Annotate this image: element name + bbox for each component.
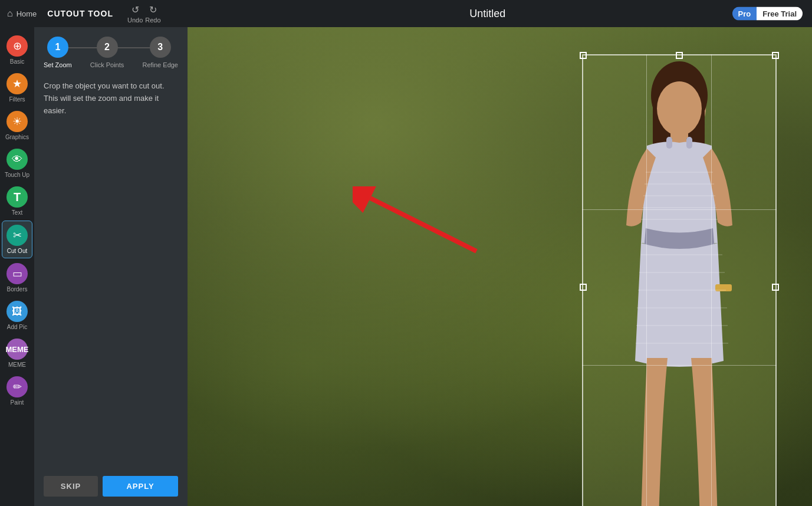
undo-label: Undo	[127, 17, 143, 24]
sidebar-item-paint[interactable]: ✏ Paint	[2, 373, 32, 409]
step-2-label: Click Points	[90, 61, 124, 68]
cutout-panel: 1 Set Zoom 2 Click Points 3 Refine Edge …	[34, 27, 188, 506]
crop-handle-middleright[interactable]	[772, 284, 779, 291]
sidebar-label-meme: MEME	[8, 362, 26, 368]
redo-icon: ↻	[149, 4, 157, 15]
redo-button[interactable]: ↻ Redo	[145, 4, 160, 24]
text-icon: T	[6, 186, 28, 208]
instructions-text: Crop the object you want to cut out. Thi…	[44, 80, 178, 117]
sidebar-item-graphics[interactable]: ☀ Graphics	[2, 107, 32, 144]
document-title: Untitled	[170, 8, 805, 20]
touchup-icon: 👁	[6, 149, 28, 170]
cutout-icon: ✂	[6, 225, 28, 246]
topbar: ⌂ Home CUTOUT TOOL ↺ Undo ↻ Redo Untitle…	[0, 0, 812, 27]
undo-redo-group: ↺ Undo ↻ Redo	[127, 4, 161, 24]
crop-handle-topmid[interactable]	[676, 52, 683, 59]
sidebar-label-touchup: Touch Up	[5, 172, 29, 178]
sidebar-label-paint: Paint	[11, 399, 24, 406]
sidebar-label-borders: Borders	[6, 286, 27, 293]
step-1: 1 Set Zoom	[44, 37, 72, 68]
step-2-circle: 2	[97, 37, 118, 58]
sidebar: ⊕ Basic ★ Filters ☀ Graphics 👁 Touch Up …	[0, 27, 34, 506]
crop-handle-topleft[interactable]	[580, 52, 587, 59]
crop-selection[interactable]	[582, 54, 777, 506]
paint-icon: ✏	[6, 376, 28, 397]
sidebar-label-text: Text	[12, 209, 22, 216]
tool-label: CUTOUT TOOL	[47, 9, 113, 18]
sidebar-item-touchup[interactable]: 👁 Touch Up	[2, 145, 32, 182]
sidebar-item-text[interactable]: T Text	[2, 183, 32, 219]
sidebar-label-graphics: Graphics	[5, 134, 29, 140]
step-2: 2 Click Points	[90, 37, 124, 68]
sidebar-item-basic[interactable]: ⊕ Basic	[2, 32, 32, 68]
steps-row: 1 Set Zoom 2 Click Points 3 Refine Edge	[44, 37, 178, 68]
step-3-circle: 3	[150, 37, 171, 58]
pro-label: Pro	[732, 7, 757, 21]
crop-handle-topright[interactable]	[772, 52, 779, 59]
sidebar-label-filters: Filters	[9, 96, 25, 103]
undo-button[interactable]: ↺ Undo	[127, 4, 143, 24]
filters-icon: ★	[6, 73, 28, 94]
canvas-area[interactable]	[188, 27, 812, 506]
sidebar-item-borders[interactable]: ▭ Borders	[2, 259, 32, 296]
crop-handle-middleleft[interactable]	[580, 284, 587, 291]
sidebar-item-cutout[interactable]: ✂ Cut Out	[2, 221, 32, 258]
borders-icon: ▭	[6, 263, 28, 284]
sidebar-label-basic: Basic	[10, 58, 24, 65]
step-3: 3 Refine Edge	[142, 37, 178, 68]
home-icon: ⌂	[7, 8, 13, 19]
sidebar-item-meme[interactable]: MEME MEME	[2, 335, 32, 372]
undo-icon: ↺	[132, 4, 139, 15]
step-3-label: Refine Edge	[142, 61, 178, 68]
home-label: Home	[17, 9, 37, 18]
skip-button[interactable]: SKIP	[44, 476, 98, 497]
sidebar-label-cutout: Cut Out	[7, 248, 27, 254]
pro-badge[interactable]: Pro Free Trial	[732, 7, 803, 21]
sidebar-item-addpic[interactable]: 🖼 Add Pic	[2, 297, 32, 334]
button-row: SKIP APPLY	[44, 476, 178, 497]
sidebar-label-addpic: Add Pic	[7, 324, 27, 330]
basic-icon: ⊕	[6, 35, 28, 57]
redo-label: Redo	[145, 17, 160, 24]
main-area: ⊕ Basic ★ Filters ☀ Graphics 👁 Touch Up …	[0, 27, 812, 506]
trial-label: Free Trial	[757, 7, 803, 21]
step-1-label: Set Zoom	[44, 61, 72, 68]
meme-icon: MEME	[6, 339, 28, 360]
home-button[interactable]: ⌂ Home	[7, 8, 37, 19]
apply-button[interactable]: APPLY	[103, 476, 178, 497]
addpic-icon: 🖼	[6, 301, 28, 322]
graphics-icon: ☀	[6, 111, 28, 132]
step-1-circle: 1	[47, 37, 68, 58]
sidebar-item-filters[interactable]: ★ Filters	[2, 70, 32, 106]
